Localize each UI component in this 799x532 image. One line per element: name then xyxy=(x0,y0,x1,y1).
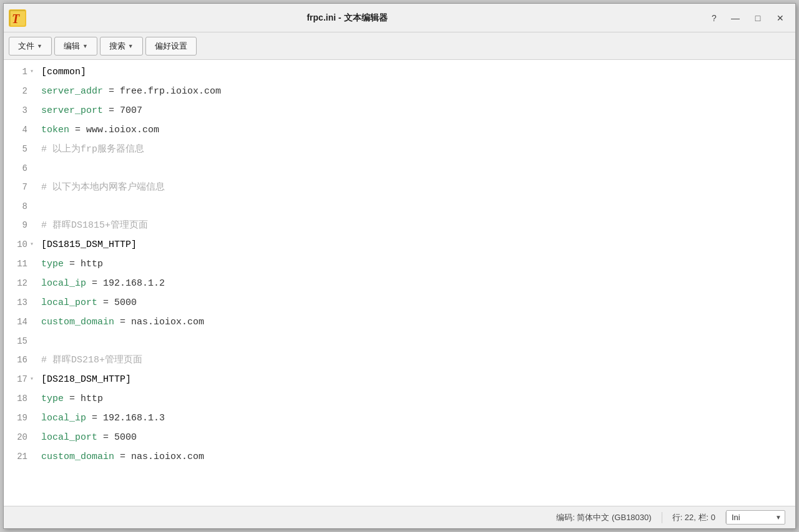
line-content: # 以下为本地内网客户端信息 xyxy=(31,178,795,197)
comment-text: # 以上为frp服务器信息 xyxy=(41,144,144,155)
key-text: server_addr xyxy=(41,86,103,97)
app-icon: T xyxy=(9,9,26,27)
help-button[interactable]: ? xyxy=(705,9,723,27)
table-row[interactable]: 1▾[common] xyxy=(4,62,795,82)
value-text: free.frp.ioiox.com xyxy=(114,86,221,97)
fold-indicator[interactable]: ▾ xyxy=(30,62,34,81)
table-row[interactable]: 14custom_domain = nas.ioiox.com xyxy=(4,312,795,332)
table-row[interactable]: 17▾[DS218_DSM_HTTP] xyxy=(4,370,795,389)
line-number: 19 xyxy=(4,409,31,427)
table-row[interactable]: 9# 群晖DS1815+管理页面 xyxy=(4,216,795,235)
equals-sign: = xyxy=(103,105,114,116)
key-text: server_port xyxy=(41,105,103,116)
table-row[interactable]: 10▾[DS1815_DSM_HTTP] xyxy=(4,235,795,254)
line-content: local_port = 5000 xyxy=(31,294,795,312)
section-bracket: [DS1815_DSM_HTTP] xyxy=(41,239,137,250)
equals-sign: = xyxy=(64,259,75,269)
table-row[interactable]: 3server_port = 7007 xyxy=(4,101,795,120)
comment-text: # 群晖DS218+管理页面 xyxy=(41,355,142,365)
value-text: nas.ioiox.com xyxy=(125,452,204,462)
key-text: local_ip xyxy=(41,278,86,289)
equals-sign: = xyxy=(86,413,97,423)
section-bracket: [common] xyxy=(41,67,86,77)
line-content: local_port = 5000 xyxy=(31,428,795,447)
fold-indicator[interactable]: ▾ xyxy=(30,370,34,389)
key-text: type xyxy=(41,259,64,269)
value-text: 7007 xyxy=(114,105,142,116)
line-content: local_ip = 192.168.1.3 xyxy=(31,409,795,428)
line-content: custom_domain = nas.ioiox.com xyxy=(31,313,795,332)
line-number: 9 xyxy=(4,216,31,235)
line-content: token = www.ioiox.com xyxy=(31,121,795,140)
equals-sign: = xyxy=(69,125,81,135)
table-row[interactable]: 21custom_domain = nas.ioiox.com xyxy=(4,447,795,467)
table-row[interactable]: 12local_ip = 192.168.1.2 xyxy=(4,274,795,293)
table-row[interactable]: 19local_ip = 192.168.1.3 xyxy=(4,409,795,428)
comment-text: # 群晖DS1815+管理页面 xyxy=(41,220,148,231)
line-content: # 以上为frp服务器信息 xyxy=(31,140,795,159)
language-selector-wrapper[interactable]: Ini Plain Text Python JavaScript ▼ xyxy=(726,510,785,525)
comment-text: # 以下为本地内网客户端信息 xyxy=(41,182,165,193)
line-number: 17▾ xyxy=(4,370,31,389)
value-text: 5000 xyxy=(109,432,137,443)
table-row[interactable]: 6 xyxy=(4,159,795,178)
equals-sign: = xyxy=(103,86,114,97)
value-text: nas.ioiox.com xyxy=(125,317,204,327)
value-text: www.ioiox.com xyxy=(81,125,159,135)
prefs-button[interactable]: 偏好设置 xyxy=(145,37,197,56)
equals-sign: = xyxy=(64,394,75,404)
line-content: local_ip = 192.168.1.2 xyxy=(31,274,795,293)
table-row[interactable]: 8 xyxy=(4,197,795,216)
equals-sign: = xyxy=(86,278,97,289)
value-text: http xyxy=(75,394,103,404)
svg-text:T: T xyxy=(12,12,20,26)
close-button[interactable]: ✕ xyxy=(770,9,790,27)
table-row[interactable]: 20local_port = 5000 xyxy=(4,428,795,447)
editor-content[interactable]: 1▾[common]2server_addr = free.frp.ioiox.… xyxy=(4,60,795,506)
line-number: 13 xyxy=(4,293,31,312)
key-text: custom_domain xyxy=(41,317,114,327)
equals-sign: = xyxy=(114,317,125,327)
table-row[interactable]: 16# 群晖DS218+管理页面 xyxy=(4,351,795,370)
key-text: local_ip xyxy=(41,413,86,423)
key-text: token xyxy=(41,125,69,135)
line-number: 8 xyxy=(4,197,31,216)
line-number: 16 xyxy=(4,351,31,369)
file-menu-button[interactable]: 文件 ▼ xyxy=(9,37,52,56)
line-number: 7 xyxy=(4,178,31,196)
table-row[interactable]: 18type = http xyxy=(4,389,795,409)
editor-area[interactable]: 1▾[common]2server_addr = free.frp.ioiox.… xyxy=(4,60,795,506)
maximize-button[interactable]: □ xyxy=(748,9,768,27)
value-text: http xyxy=(75,259,103,269)
table-row[interactable]: 13local_port = 5000 xyxy=(4,293,795,312)
line-number: 18 xyxy=(4,389,31,408)
line-number: 21 xyxy=(4,447,31,466)
value-text: 192.168.1.3 xyxy=(97,413,165,423)
table-row[interactable]: 5# 以上为frp服务器信息 xyxy=(4,140,795,159)
file-dropdown-arrow: ▼ xyxy=(37,43,42,49)
table-row[interactable]: 4token = www.ioiox.com xyxy=(4,120,795,140)
line-content: # 群晖DS218+管理页面 xyxy=(31,351,795,370)
table-row[interactable]: 2server_addr = free.frp.ioiox.com xyxy=(4,82,795,101)
key-text: custom_domain xyxy=(41,452,114,462)
language-select[interactable]: Ini Plain Text Python JavaScript xyxy=(726,510,785,525)
table-row[interactable]: 11type = http xyxy=(4,254,795,274)
main-window: T frpc.ini - 文本编辑器 ? — □ ✕ 文件 ▼ 编辑 ▼ 搜索 … xyxy=(3,3,796,529)
minimize-button[interactable]: — xyxy=(725,9,745,27)
equals-sign: = xyxy=(97,432,109,443)
line-number: 12 xyxy=(4,274,31,293)
line-number: 14 xyxy=(4,312,31,331)
fold-indicator[interactable]: ▾ xyxy=(30,235,34,254)
line-number: 1▾ xyxy=(4,62,31,81)
line-content: [DS1815_DSM_HTTP] xyxy=(31,236,795,254)
table-row[interactable]: 15 xyxy=(4,332,795,351)
search-menu-button[interactable]: 搜索 ▼ xyxy=(100,37,143,56)
statusbar: 编码: 简体中文 (GB18030) 行: 22, 栏: 0 Ini Plain… xyxy=(4,506,795,528)
line-number: 4 xyxy=(4,120,31,139)
titlebar: T frpc.ini - 文本编辑器 ? — □ ✕ xyxy=(4,4,795,32)
edit-menu-button[interactable]: 编辑 ▼ xyxy=(54,37,97,56)
line-content: type = http xyxy=(31,255,795,274)
value-text: 5000 xyxy=(109,297,137,308)
table-row[interactable]: 7# 以下为本地内网客户端信息 xyxy=(4,178,795,197)
encoding-status: 编码: 简体中文 (GB18030) xyxy=(546,512,662,523)
